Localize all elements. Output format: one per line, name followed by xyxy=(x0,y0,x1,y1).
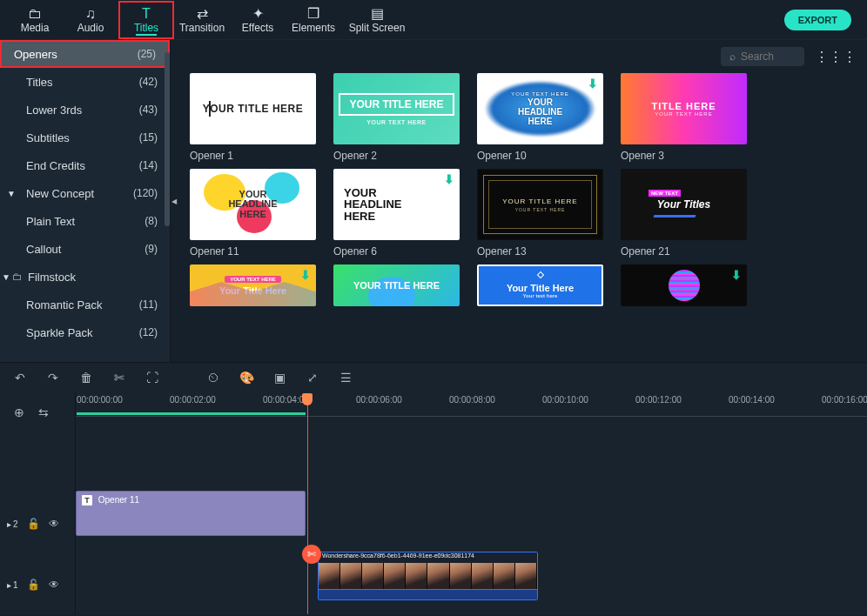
template-row3-1[interactable]: ⬇ YOUR TEXT HERE Your Title Here xyxy=(190,264,316,306)
template-opener-1[interactable]: YOUR TITLE HERE Opener 1 xyxy=(190,73,316,162)
tab-split-screen[interactable]: ▤ Split Screen xyxy=(341,1,413,39)
tab-effects[interactable]: ✦ Effects xyxy=(230,1,286,39)
track-headers: ⊕ ⇆ ▸2 🔓 👁 ▸1 🔓 👁 xyxy=(0,392,76,614)
sidebar-item-count: (14) xyxy=(139,159,158,171)
thumb-label: Opener 3 xyxy=(621,150,747,162)
time-ruler[interactable]: 00:00:00:00 00:00:02:00 00:00:04:00 00:0… xyxy=(76,395,867,412)
thumb-title: Your Title Here xyxy=(507,283,574,293)
visibility-icon[interactable]: 👁 xyxy=(49,518,59,530)
preview-range[interactable] xyxy=(77,412,306,415)
split-indicator-icon[interactable]: ✄ xyxy=(302,545,321,564)
tab-label: Media xyxy=(21,22,50,34)
sidebar-item-count: (25) xyxy=(138,48,156,60)
undo-icon[interactable]: ↶ xyxy=(12,371,28,385)
playhead[interactable] xyxy=(307,394,308,614)
sidebar-item-label: Sparkle Pack xyxy=(26,326,93,339)
unlock-icon[interactable]: 🔓 xyxy=(27,579,40,591)
tab-media[interactable]: 🗀 Media xyxy=(7,1,63,39)
sidebar-item-count: (8) xyxy=(144,215,158,227)
color-icon[interactable]: 🎨 xyxy=(239,371,254,385)
grid-view-icon[interactable]: ⋮⋮⋮ xyxy=(815,49,857,65)
sidebar-item-lower-3rds[interactable]: Lower 3rds (43) xyxy=(0,96,170,124)
sidebar-item-count: (43) xyxy=(139,104,158,116)
sidebar-item-count: (15) xyxy=(139,131,158,144)
video-clip[interactable]: Wondershare-9cca78f6-6eb1-4469-91ee-e09d… xyxy=(318,552,538,600)
track-header-2[interactable]: ▸2 🔓 👁 xyxy=(0,506,75,541)
shapes-icon: ❒ xyxy=(307,6,319,22)
folder-icon: 🗀 xyxy=(28,6,42,22)
crop-icon[interactable]: ⛶ xyxy=(144,371,160,385)
sidebar-scrollbar[interactable] xyxy=(165,40,170,362)
template-opener-10[interactable]: ⬇ YOUR TEXT HERE YOUR HEADLINE HERE Open… xyxy=(477,73,603,162)
timeline-toolbar: ↶ ↷ 🗑 ✄ ⛶ ⏲ 🎨 ▣ ⤢ ☰ xyxy=(0,362,867,392)
thumb-label: Opener 21 xyxy=(621,245,747,258)
thumb-label: Opener 2 xyxy=(333,150,460,162)
visibility-icon[interactable]: 👁 xyxy=(49,579,59,591)
sidebar-item-filmstock[interactable]: ▼ 🗀 Filmstock xyxy=(0,263,170,291)
green-screen-icon[interactable]: ▣ xyxy=(272,371,287,385)
audio-waveform xyxy=(319,589,537,599)
sidebar-item-end-credits[interactable]: End Credits (14) xyxy=(0,151,170,179)
top-tab-bar: 🗀 Media ♫ Audio T Titles ⇄ Transition ✦ … xyxy=(0,0,867,40)
thumb-label: Opener 11 xyxy=(190,245,316,258)
unlock-icon[interactable]: 🔓 xyxy=(27,518,40,530)
expand-icon[interactable]: ⤢ xyxy=(305,371,320,385)
sidebar-item-label: Lower 3rds xyxy=(26,104,82,117)
tab-label: Split Screen xyxy=(349,22,406,34)
title-clip-opener-11[interactable]: T Opener 11 xyxy=(76,491,306,536)
cut-icon[interactable]: ✄ xyxy=(111,371,127,385)
sidebar-item-titles[interactable]: Titles (42) xyxy=(0,68,170,96)
tab-elements[interactable]: ❒ Elements xyxy=(286,1,341,39)
template-row3-3[interactable]: Your Title Here Your text here xyxy=(477,264,603,306)
track-header-1[interactable]: ▸1 🔓 👁 xyxy=(0,567,75,602)
thumb-title: YOUR TITLE HERE xyxy=(203,103,304,115)
tab-transition[interactable]: ⇄ Transition xyxy=(174,1,230,39)
search-icon: ⌕ xyxy=(729,50,736,63)
export-button[interactable]: EXPORT xyxy=(784,10,851,30)
sidebar-item-romantic-pack[interactable]: Romantic Pack (11) xyxy=(0,291,170,318)
settings-icon[interactable]: ☰ xyxy=(338,371,353,385)
sidebar-item-count: (9) xyxy=(144,243,158,255)
timeline-body[interactable]: 00:00:00:00 00:00:02:00 00:00:04:00 00:0… xyxy=(76,392,867,614)
template-opener-3[interactable]: TITLE HEREYOUR TEXT HERE Opener 3 xyxy=(621,73,747,162)
speed-icon[interactable]: ⏲ xyxy=(205,371,221,385)
scrollbar-thumb[interactable] xyxy=(165,52,170,226)
link-icon[interactable]: ⇆ xyxy=(38,405,49,419)
title-clip-label: Opener 11 xyxy=(98,495,139,505)
sparkle-icon: ✦ xyxy=(252,6,264,22)
delete-icon[interactable]: 🗑 xyxy=(78,371,94,385)
tab-audio[interactable]: ♫ Audio xyxy=(63,1,118,39)
sidebar-item-sparkle-pack[interactable]: Sparkle Pack (12) xyxy=(0,318,170,346)
tab-titles[interactable]: T Titles xyxy=(118,1,174,39)
template-row3-4[interactable]: ⬇ xyxy=(621,264,747,306)
sidebar-item-new-concept[interactable]: ▼ New Concept (120) xyxy=(0,179,170,207)
folder-icon: 🗀 xyxy=(12,271,23,283)
video-clip-label: Wondershare-9cca78f6-6eb1-4469-91ee-e09d… xyxy=(319,552,537,563)
thumb-label: Opener 6 xyxy=(333,245,460,258)
template-opener-21[interactable]: NEW TEXT Your Titles Opener 21 xyxy=(621,169,747,258)
chevron-down-icon: ▼ xyxy=(7,189,16,198)
split-icon: ▤ xyxy=(371,6,384,22)
search-box[interactable]: ⌕ xyxy=(721,47,804,66)
download-icon: ⬇ xyxy=(731,268,742,282)
sidebar-collapse-icon[interactable]: ◀ xyxy=(171,198,177,205)
music-icon: ♫ xyxy=(85,6,96,22)
sidebar-item-subtitles[interactable]: Subtitles (15) xyxy=(0,124,170,151)
add-track-icon[interactable]: ⊕ xyxy=(14,405,24,419)
sidebar-item-label: Plain Text xyxy=(26,215,75,228)
template-opener-6[interactable]: ⬇ YOUR HEADLINE HERE Opener 6 xyxy=(333,169,460,258)
title-clip-icon: T xyxy=(82,495,92,506)
sidebar-item-openers[interactable]: Openers (25) xyxy=(0,40,170,68)
thumb-title: Your Titles xyxy=(657,198,710,211)
redo-icon[interactable]: ↷ xyxy=(45,371,61,385)
sidebar-item-label: New Concept xyxy=(26,187,94,200)
template-opener-13[interactable]: YOUR TITLE HERE YOUR TEXT HERE Opener 13 xyxy=(477,169,603,258)
template-row3-2[interactable]: YOUR TITLE HERE xyxy=(333,264,460,306)
template-opener-2[interactable]: YOUR TITLE HERE YOUR TEXT HERE Opener 2 xyxy=(333,73,460,162)
template-opener-11[interactable]: YOUR HEADLINE HERE Opener 11 xyxy=(190,169,316,258)
sidebar-item-callout[interactable]: Callout (9) xyxy=(0,235,170,263)
search-input[interactable] xyxy=(741,50,793,63)
thumb-label: Opener 1 xyxy=(190,150,316,162)
thumb-title: YOUR TITLE HERE xyxy=(339,93,454,116)
sidebar-item-plain-text[interactable]: Plain Text (8) xyxy=(0,207,170,235)
